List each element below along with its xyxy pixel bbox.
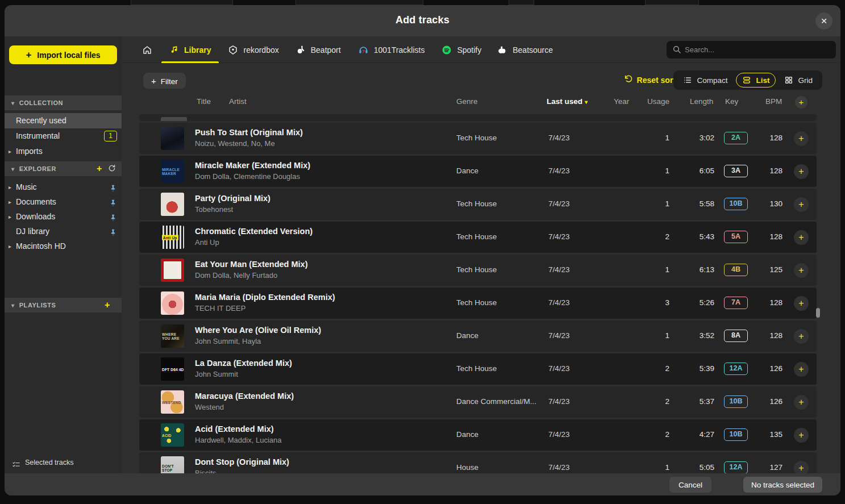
tab-home[interactable]: [141, 36, 153, 63]
add-column-button[interactable]: +: [795, 96, 807, 109]
track-row[interactable]: DFT D64 4DLa Danza (Extended Mix)John Su…: [139, 353, 817, 385]
column-header-genre[interactable]: Genre: [456, 97, 478, 106]
undo-icon: [624, 74, 633, 85]
track-bpm: 128: [748, 232, 782, 241]
reset-sort-button[interactable]: Reset sort: [624, 74, 676, 85]
tab-spotify[interactable]: Spotify: [440, 36, 482, 63]
view-compact-button[interactable]: Compact: [677, 73, 734, 88]
tab-label: Beatsource: [513, 45, 553, 55]
column-header-title[interactable]: Title: [197, 97, 211, 106]
close-icon[interactable]: ✕: [815, 13, 832, 30]
sidebar-item-macintosh-hd[interactable]: ▸Macintosh HD: [5, 239, 122, 254]
track-row[interactable]: Eat Your Man (Extended Mix)Dom Dolla, Ne…: [139, 255, 817, 286]
track-key-badge: 12A: [724, 363, 748, 375]
track-row[interactable]: WESTENDMaracuya (Extended Mix)WestendDan…: [139, 386, 817, 418]
album-art: [161, 259, 184, 282]
vertical-scrollbar[interactable]: [816, 308, 820, 318]
track-usage: 2: [624, 397, 669, 406]
playlists-section-header[interactable]: ▾PLAYLISTS +: [5, 298, 122, 313]
track-length: 4:27: [675, 430, 714, 439]
collection-section-header[interactable]: ▾COLLECTION: [5, 95, 122, 110]
album-art-inner: [164, 261, 181, 279]
tab-library[interactable]: Library: [168, 36, 212, 63]
track-genre: Tech House: [456, 364, 544, 373]
add-track-button[interactable]: +: [794, 461, 809, 474]
sidebar-item-instrumental[interactable]: Instrumental1: [5, 128, 122, 144]
track-row[interactable]: Maria Maria (Diplo Extended Remix)TECH I…: [139, 288, 817, 319]
no-tracks-selected-button[interactable]: No tracks selected: [743, 477, 822, 493]
sidebar-item-music[interactable]: ▸Music: [5, 180, 122, 195]
partial-track-row[interactable]: [139, 114, 817, 121]
add-track-button[interactable]: +: [794, 329, 809, 344]
track-title: Dont Stop (Original Mix): [195, 457, 289, 466]
tab-label: Spotify: [457, 45, 481, 55]
add-track-button[interactable]: +: [794, 263, 809, 278]
modal-header: Add tracks ✕: [5, 5, 840, 36]
add-track-button[interactable]: +: [794, 296, 809, 311]
track-row[interactable]: MIRACLE MAKERMiracle Maker (Extended Mix…: [139, 156, 817, 187]
explorer-section-header[interactable]: ▾EXPLORER +: [5, 161, 122, 176]
chevron-down-icon: ▾: [11, 302, 15, 309]
add-track-button[interactable]: +: [794, 395, 809, 410]
track-key-badge: 12A: [724, 461, 748, 474]
column-header-bpm[interactable]: BPM: [765, 97, 782, 106]
selected-tracks-button[interactable]: Selected tracks: [5, 455, 122, 471]
album-art: DON'T STOP: [161, 456, 184, 474]
add-track-button[interactable]: +: [794, 362, 809, 377]
track-row[interactable]: Anti UpChromatic (Extended Version)Anti …: [139, 222, 817, 253]
sidebar-item-downloads[interactable]: ▸Downloads: [5, 209, 122, 224]
track-usage: 2: [624, 232, 669, 241]
view-label: Grid: [798, 76, 813, 85]
column-header-year[interactable]: Year: [614, 97, 629, 106]
track-artists: Tobehonest: [195, 205, 233, 214]
track-row[interactable]: WHERE YOU AREWhere You Are (Olive Oil Re…: [139, 320, 817, 352]
track-length: 5:43: [675, 232, 714, 241]
search-input[interactable]: [685, 41, 831, 59]
sidebar-item-dj-library[interactable]: DJ library: [5, 224, 122, 239]
track-key-badge: 10B: [724, 428, 748, 441]
cancel-button[interactable]: Cancel: [669, 477, 711, 493]
column-header-usage[interactable]: Usage: [647, 97, 669, 106]
track-key-badge: 10B: [724, 395, 748, 408]
sidebar-item-label: Macintosh HD: [16, 241, 66, 251]
view-list-button[interactable]: List: [736, 73, 776, 88]
tab-beatport[interactable]: Beatport: [295, 36, 342, 63]
add-track-button[interactable]: +: [794, 131, 809, 146]
add-explorer-icon[interactable]: +: [97, 164, 102, 173]
filter-button[interactable]: +Filter: [143, 73, 186, 89]
add-track-button[interactable]: +: [794, 164, 809, 179]
track-row[interactable]: Party (Original Mix)TobehonestTech House…: [139, 189, 817, 220]
track-bpm: 128: [748, 298, 782, 307]
sidebar-item-label: DJ library: [16, 227, 49, 236]
chevron-right-icon: ▸: [9, 144, 11, 159]
import-local-files-button[interactable]: +Import local files: [9, 45, 117, 64]
track-row[interactable]: DON'T STOPDont Stop (Original Mix)Biscit…: [139, 452, 817, 474]
column-header-artist[interactable]: Artist: [229, 97, 247, 106]
sidebar-item-imports[interactable]: ▸Imports: [5, 144, 122, 159]
grid-view-icon: [784, 76, 793, 85]
track-genre: Dance: [456, 331, 544, 340]
plus-icon: +: [151, 76, 156, 86]
column-header-last-used[interactable]: Last used▾: [547, 97, 588, 106]
sidebar-item-documents[interactable]: ▸Documents: [5, 194, 122, 210]
track-row[interactable]: Push To Start (Original Mix)Noizu, Weste…: [139, 123, 817, 154]
view-grid-button[interactable]: Grid: [778, 73, 819, 88]
add-track-button[interactable]: +: [794, 197, 809, 212]
add-track-button[interactable]: +: [794, 428, 809, 443]
tab-rekordbox[interactable]: rekordbox: [227, 36, 280, 63]
track-usage: 1: [624, 166, 669, 175]
add-track-button[interactable]: +: [794, 230, 809, 245]
add-playlist-icon[interactable]: +: [105, 300, 110, 310]
tab-1001tracklists[interactable]: ?1001Tracklists: [357, 36, 426, 63]
tab-beatsource[interactable]: Beatsource: [497, 36, 554, 63]
refresh-icon[interactable]: [108, 163, 116, 177]
chevron-right-icon: ▸: [9, 194, 11, 210]
track-bpm: 130: [748, 199, 782, 208]
album-art: Anti Up: [161, 226, 184, 249]
track-row[interactable]: ACIDAcid (Extended Mix)Hardwell, Maddix,…: [139, 419, 817, 451]
track-title: Acid (Extended Mix): [195, 424, 274, 434]
column-header-length[interactable]: Length: [690, 97, 713, 106]
sidebar-item-recently-used[interactable]: Recently used: [5, 113, 122, 128]
track-genre: Dance: [456, 166, 544, 175]
column-header-key[interactable]: Key: [725, 97, 738, 106]
